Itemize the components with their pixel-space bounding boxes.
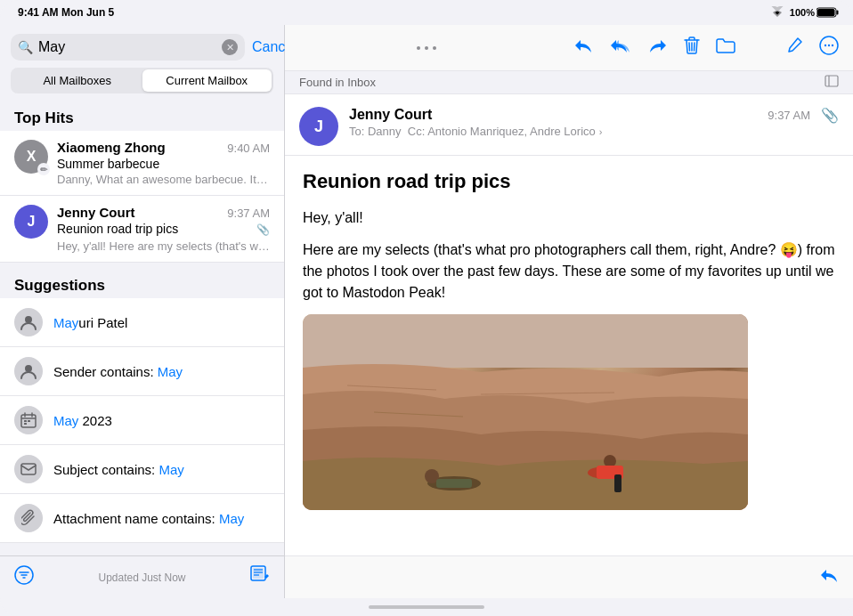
- found-bar-icon: [825, 75, 839, 90]
- filter-icon[interactable]: [14, 565, 34, 589]
- email-preview: Danny, What an awesome barbecue. It was …: [57, 173, 270, 186]
- more-options-icon[interactable]: [819, 36, 839, 60]
- email-sender: Xiaomeng Zhong: [57, 140, 166, 155]
- trash-icon[interactable]: [684, 36, 700, 60]
- drag-dot: [433, 46, 436, 50]
- person-icon: [14, 308, 43, 336]
- email-attachment-image: [303, 314, 748, 510]
- list-item[interactable]: Sender contains: May: [0, 347, 284, 396]
- email-body: Reunion road trip pics Hey, y'all! Here …: [285, 156, 853, 555]
- email-subject-line: Reunion road trip pics: [303, 170, 835, 193]
- found-in-text: Found in Inbox: [299, 76, 376, 89]
- detail-time: 9:37 AM: [768, 109, 810, 122]
- current-mailbox-tab[interactable]: Current Mailbox: [142, 69, 272, 92]
- reply-all-icon[interactable]: [609, 36, 632, 59]
- svg-rect-11: [24, 423, 27, 425]
- folder-icon[interactable]: [716, 37, 735, 58]
- sidebar-footer: Updated Just Now: [0, 555, 284, 598]
- avatar: J: [14, 205, 48, 239]
- email-subject: Summer barbecue: [57, 157, 270, 171]
- email-subject: Reunion road trip pics: [57, 222, 178, 236]
- attachment-icon: 📎: [256, 223, 270, 236]
- suggestion-label: Mayuri Patel: [53, 315, 127, 330]
- recipients-chevron-icon: ›: [599, 126, 603, 137]
- draft-icon: ✏: [37, 163, 50, 175]
- email-header: J Jenny Court 9:37 AM To: Danny Cc: Anto…: [285, 94, 853, 156]
- sidebar: 🔍 May ✕ Cancel All Mailboxes Current Mai…: [0, 25, 285, 598]
- suggestion-label: May 2023: [53, 413, 112, 428]
- svg-point-27: [828, 45, 830, 46]
- email-time: 9:40 AM: [227, 142, 270, 155]
- calendar-icon: [14, 406, 43, 434]
- email-content: Xiaomeng Zhong 9:40 AM Summer barbecue D…: [57, 140, 270, 186]
- svg-rect-29: [825, 76, 838, 86]
- wifi-icon: [770, 6, 784, 20]
- all-mailboxes-tab[interactable]: All Mailboxes: [12, 69, 142, 92]
- svg-point-26: [825, 45, 826, 46]
- detail-sender-name: Jenny Court: [349, 107, 432, 123]
- email-body-greeting: Hey, y'all!: [303, 207, 835, 229]
- forward-icon[interactable]: [648, 36, 668, 59]
- detail-attachment-icon: 📎: [821, 107, 839, 124]
- detail-recipients[interactable]: To: Danny Cc: Antonio Manriquez, Andre L…: [349, 125, 810, 138]
- home-indicator: [0, 598, 853, 616]
- found-in-bar: Found in Inbox: [285, 71, 853, 94]
- list-item[interactable]: Subject contains: May: [0, 445, 284, 494]
- person-icon: [14, 357, 43, 385]
- svg-rect-2: [817, 9, 835, 16]
- new-compose-icon[interactable]: [785, 36, 803, 59]
- drag-dot: [425, 46, 428, 50]
- toolbar-handle: [417, 46, 436, 50]
- svg-rect-1: [837, 11, 839, 15]
- list-item[interactable]: Attachment name contains: May: [0, 494, 284, 543]
- svg-rect-9: [24, 420, 27, 422]
- compose-icon[interactable]: [250, 565, 270, 589]
- reply-footer-icon[interactable]: [819, 566, 839, 588]
- app-container: 🔍 May ✕ Cancel All Mailboxes Current Mai…: [0, 25, 853, 598]
- email-header-info: Jenny Court 9:37 AM To: Danny Cc: Antoni…: [349, 107, 810, 138]
- svg-point-28: [832, 45, 833, 46]
- email-sender: Jenny Court: [57, 205, 135, 220]
- status-bar: 9:41 AM Mon Jun 5 100%: [0, 0, 853, 25]
- home-bar: [369, 605, 484, 609]
- top-hits-header: Top Hits: [0, 102, 284, 131]
- suggestion-label: Sender contains: May: [53, 364, 183, 379]
- svg-rect-31: [303, 314, 748, 368]
- detail-footer: [285, 555, 853, 598]
- list-item[interactable]: Mayuri Patel: [0, 298, 284, 347]
- avatar: X ✏: [14, 140, 48, 174]
- search-area: 🔍 May ✕ Cancel: [0, 25, 284, 68]
- search-icon: 🔍: [18, 40, 33, 54]
- mailbox-toggle: All Mailboxes Current Mailbox: [11, 68, 273, 93]
- svg-line-23: [689, 43, 690, 51]
- suggestion-label: Subject contains: May: [53, 462, 184, 477]
- list-item[interactable]: X ✏ Xiaomeng Zhong 9:40 AM Summer barbec…: [0, 131, 284, 196]
- email-preview: Hey, y'all! Here are my selects (that's …: [57, 239, 270, 253]
- email-content: Jenny Court 9:37 AM Reunion road trip pi…: [57, 205, 270, 253]
- status-time: 9:41 AM Mon Jun 5: [18, 6, 114, 19]
- sender-avatar: J: [299, 107, 338, 146]
- svg-rect-12: [21, 464, 36, 474]
- suggestions-header: Suggestions: [0, 270, 284, 298]
- updated-status: Updated Just Now: [98, 571, 185, 584]
- drag-dot: [417, 46, 420, 50]
- search-input-container[interactable]: 🔍 May ✕: [11, 34, 245, 61]
- search-clear-button[interactable]: ✕: [222, 39, 238, 55]
- svg-line-24: [695, 43, 695, 51]
- envelope-icon: [14, 455, 43, 483]
- email-time: 9:37 AM: [227, 207, 270, 220]
- list-item[interactable]: May 2023: [0, 396, 284, 445]
- svg-point-4: [25, 365, 32, 372]
- paperclip-icon: [14, 504, 43, 532]
- sidebar-scroll: Top Hits X ✏ Xiaomeng Zhong 9:40 AM Summ…: [0, 102, 284, 555]
- search-input[interactable]: May: [38, 39, 216, 55]
- reply-icon[interactable]: [573, 36, 593, 59]
- list-item[interactable]: J Jenny Court 9:37 AM Reunion road trip …: [0, 196, 284, 263]
- clear-icon: ✕: [226, 42, 234, 53]
- svg-point-3: [25, 316, 32, 323]
- email-body-content: Here are my selects (that's what pro pho…: [303, 239, 835, 304]
- svg-rect-37: [436, 479, 472, 488]
- svg-point-39: [604, 455, 616, 467]
- svg-rect-41: [614, 474, 621, 492]
- email-detail: Found in Inbox J Jenny Court 9:37 AM To:…: [285, 25, 853, 598]
